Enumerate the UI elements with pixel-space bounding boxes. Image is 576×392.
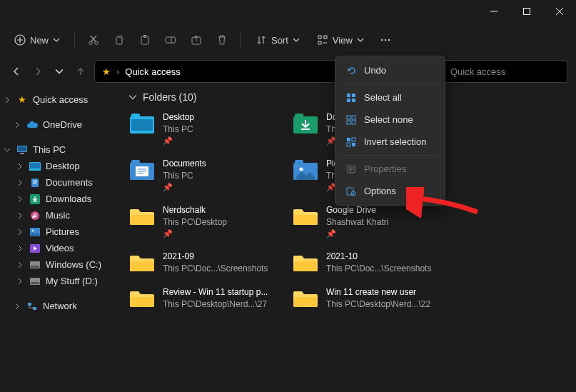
menu-separator bbox=[341, 155, 439, 156]
folder-item[interactable]: Win 11 create new userThis PC\Desktop\Ne… bbox=[292, 286, 453, 311]
folder-item[interactable]: Google DriveShashwat Khatri📌 bbox=[292, 204, 453, 239]
search-placeholder: Quick access bbox=[450, 66, 505, 77]
folder-name: 2021-10 bbox=[326, 251, 431, 263]
menu-options[interactable]: Options bbox=[335, 180, 445, 202]
recent-button[interactable] bbox=[51, 64, 67, 79]
drive-icon bbox=[29, 278, 41, 285]
share-button[interactable] bbox=[185, 30, 208, 50]
sidebar-item-onedrive[interactable]: OneDrive bbox=[0, 116, 116, 133]
sidebar-item-network[interactable]: Network bbox=[0, 298, 116, 314]
folder-location: This PC\Desktop\Nerd...\22 bbox=[326, 298, 430, 311]
drive-icon bbox=[29, 261, 41, 268]
maximize-button[interactable] bbox=[510, 0, 543, 23]
svg-rect-35 bbox=[295, 114, 303, 118]
folder-name: Documents bbox=[163, 158, 206, 170]
folder-name: Desktop bbox=[163, 111, 194, 124]
forward-button[interactable] bbox=[30, 64, 46, 79]
svg-point-57 bbox=[353, 193, 354, 194]
folder-location: This PC\Doc...\Screenshots bbox=[163, 263, 268, 275]
up-button[interactable] bbox=[73, 64, 89, 79]
folder-icon bbox=[128, 204, 156, 228]
paste-button[interactable] bbox=[133, 30, 156, 50]
sidebar-item-music[interactable]: Music bbox=[0, 207, 116, 223]
close-button[interactable] bbox=[543, 0, 576, 23]
folder-icon bbox=[128, 111, 156, 136]
new-button[interactable]: New bbox=[7, 30, 67, 50]
menu-select-all[interactable]: Select all bbox=[335, 86, 445, 109]
chevron-right-icon bbox=[3, 96, 11, 104]
new-label: New bbox=[30, 35, 49, 46]
sidebar-item-thispc[interactable]: This PC bbox=[0, 141, 116, 158]
toolbar: New Sort View bbox=[0, 23, 576, 57]
network-icon bbox=[26, 302, 39, 311]
sidebar-item-windows-c[interactable]: Windows (C:) bbox=[0, 256, 116, 273]
chevron-down-icon bbox=[357, 35, 364, 46]
sidebar-item-mystuff-d[interactable]: My Stuff (D:) bbox=[0, 273, 116, 289]
svg-rect-4 bbox=[116, 37, 122, 44]
chevron-right-icon bbox=[16, 228, 24, 236]
options-icon bbox=[345, 186, 357, 196]
chevron-right-icon bbox=[16, 195, 24, 203]
chevron-right-icon bbox=[16, 244, 24, 253]
downloads-icon bbox=[29, 194, 41, 204]
more-button[interactable] bbox=[374, 30, 397, 50]
copy-button[interactable] bbox=[108, 30, 131, 50]
menu-undo[interactable]: Undo bbox=[335, 59, 445, 81]
svg-rect-49 bbox=[352, 121, 355, 124]
folder-item[interactable]: Review - Win 11 startup p...This PC\Desk… bbox=[128, 286, 289, 311]
folder-item[interactable]: 2021-10This PC\Doc...\Screenshots bbox=[292, 251, 453, 275]
folder-location: This PC\Desktop bbox=[163, 216, 227, 228]
svg-point-12 bbox=[385, 39, 386, 41]
sidebar: ★ Quick access OneDrive This PC Desktop … bbox=[0, 86, 116, 392]
svg-rect-44 bbox=[347, 99, 350, 102]
folder-icon bbox=[128, 286, 156, 311]
chevron-right-icon bbox=[13, 302, 21, 311]
context-menu: Undo Select all Select none Invert selec… bbox=[335, 56, 445, 206]
chevron-right-icon bbox=[13, 121, 21, 129]
folder-icon bbox=[128, 158, 156, 182]
sort-label: Sort bbox=[271, 35, 288, 46]
sidebar-item-downloads[interactable]: Downloads bbox=[0, 191, 116, 207]
rename-button[interactable] bbox=[159, 30, 182, 50]
svg-rect-46 bbox=[347, 116, 350, 119]
svg-rect-10 bbox=[324, 36, 327, 39]
chevron-right-icon bbox=[16, 277, 24, 286]
menu-invert-selection[interactable]: Invert selection bbox=[335, 131, 445, 153]
folder-item[interactable]: NerdschalkThis PC\Desktop📌 bbox=[128, 204, 289, 239]
folder-name: Win 11 create new user bbox=[326, 286, 430, 298]
folder-item[interactable]: 2021-09This PC\Doc...\Screenshots bbox=[128, 251, 289, 275]
pin-icon: 📌 bbox=[326, 228, 388, 239]
view-button[interactable]: View bbox=[310, 30, 371, 50]
folder-icon bbox=[292, 251, 319, 275]
undo-icon bbox=[345, 66, 357, 76]
cut-button[interactable] bbox=[82, 30, 105, 50]
divider bbox=[241, 31, 241, 49]
folder-item[interactable]: DocumentsThis PC📌 bbox=[128, 158, 289, 193]
search-input[interactable]: Quick access bbox=[443, 60, 567, 83]
svg-rect-40 bbox=[295, 160, 303, 164]
svg-rect-37 bbox=[131, 160, 140, 164]
delete-button[interactable] bbox=[211, 30, 233, 50]
chevron-down-icon bbox=[3, 146, 11, 154]
menu-separator bbox=[341, 84, 439, 84]
star-icon: ★ bbox=[102, 66, 111, 77]
sidebar-item-pictures[interactable]: Pictures bbox=[0, 223, 116, 240]
sort-button[interactable]: Sort bbox=[248, 30, 307, 50]
folder-icon bbox=[128, 251, 156, 275]
svg-point-3 bbox=[95, 41, 98, 44]
sidebar-item-documents[interactable]: Documents bbox=[0, 174, 116, 191]
svg-point-41 bbox=[300, 167, 303, 171]
svg-rect-51 bbox=[352, 138, 355, 141]
sidebar-item-desktop[interactable]: Desktop bbox=[0, 158, 116, 174]
sidebar-item-videos[interactable]: Videos bbox=[0, 240, 116, 256]
star-icon: ★ bbox=[16, 94, 29, 105]
desktop-icon bbox=[29, 162, 41, 171]
title-bar bbox=[0, 0, 576, 23]
menu-select-none[interactable]: Select none bbox=[335, 109, 445, 131]
svg-rect-32 bbox=[131, 119, 153, 131]
sidebar-item-quick-access[interactable]: ★ Quick access bbox=[0, 91, 116, 108]
back-button[interactable] bbox=[9, 64, 24, 79]
svg-rect-16 bbox=[20, 153, 24, 154]
minimize-button[interactable] bbox=[478, 0, 510, 23]
folder-item[interactable]: DesktopThis PC📌 bbox=[128, 111, 289, 146]
